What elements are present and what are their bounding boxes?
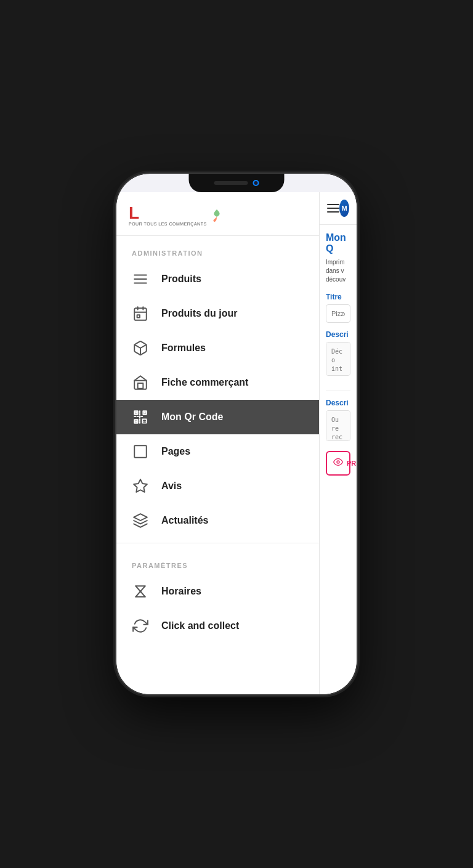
sidebar-item-produits[interactable]: Produits <box>116 262 319 296</box>
svg-rect-16 <box>135 420 137 422</box>
sidebar-item-label: Produits du jour <box>161 308 238 319</box>
hourglass-icon <box>132 583 149 600</box>
svg-rect-30 <box>134 445 147 458</box>
phone-shell: L POUR TOUS LES COMMERÇANTS ADMINISTRATI… <box>116 174 357 694</box>
phone-screen: L POUR TOUS LES COMMERÇANTS ADMINISTRATI… <box>116 174 357 694</box>
content-divider <box>326 391 350 391</box>
notch <box>189 174 285 192</box>
sidebar-item-formules[interactable]: Formules <box>116 331 319 365</box>
sidebar-item-horaires[interactable]: Horaires <box>116 574 319 609</box>
section-header-administration: ADMINISTRATION <box>116 236 319 262</box>
descri2-label: Descri <box>326 399 350 407</box>
section-header-parametres: PARAMÈTRES <box>116 548 319 574</box>
titre-input[interactable] <box>326 304 350 323</box>
screen-content: L POUR TOUS LES COMMERÇANTS ADMINISTRATI… <box>116 174 357 694</box>
layers-icon <box>132 512 149 529</box>
sidebar-item-label: Pages <box>161 446 190 457</box>
sidebar: L POUR TOUS LES COMMERÇANTS ADMINISTRATI… <box>116 192 320 694</box>
svg-marker-32 <box>134 514 147 521</box>
sidebar-logo: L POUR TOUS LES COMMERÇANTS <box>116 192 319 236</box>
sidebar-item-fiche-commercant[interactable]: Fiche commerçant <box>116 365 319 400</box>
content-header: M <box>320 192 357 225</box>
sidebar-item-pages[interactable]: Pages <box>116 434 319 469</box>
sidebar-item-label: Mon Qr Code <box>161 412 223 423</box>
svg-rect-9 <box>138 383 144 389</box>
sidebar-item-label: Actualités <box>161 515 208 526</box>
svg-rect-14 <box>144 412 145 413</box>
svg-rect-7 <box>137 315 140 317</box>
notch-speaker <box>214 181 248 185</box>
titre-label: Titre <box>326 293 350 301</box>
svg-point-33 <box>337 461 339 463</box>
sidebar-item-label: Click and collect <box>161 620 239 631</box>
sidebar-item-label: Fiche commerçant <box>161 377 248 388</box>
hamburger-button[interactable] <box>327 204 339 213</box>
svg-marker-31 <box>134 479 147 492</box>
logo-sub: POUR TOUS LES COMMERÇANTS <box>129 222 207 226</box>
sidebar-item-label: Produits <box>161 274 201 285</box>
sidebar-item-mon-qr-code[interactable]: Mon Qr Code <box>116 400 319 434</box>
descri2-textarea[interactable] <box>326 410 350 441</box>
avatar: M <box>339 200 349 217</box>
sidebar-item-label: Horaires <box>161 586 201 597</box>
section-divider <box>116 543 319 543</box>
sidebar-item-actualites[interactable]: Actualités <box>116 503 319 538</box>
sync-icon <box>132 617 149 635</box>
store-icon <box>132 374 149 391</box>
sidebar-item-click-and-collect[interactable]: Click and collect <box>116 609 319 643</box>
eye-icon <box>333 457 343 469</box>
notch-camera <box>253 180 259 186</box>
star-icon <box>132 477 149 495</box>
descri-label: Descri <box>326 330 350 339</box>
preview-button[interactable]: PR <box>326 451 350 476</box>
preview-label: PR <box>347 460 356 467</box>
svg-rect-12 <box>135 412 137 413</box>
list-icon <box>132 270 149 288</box>
sidebar-item-label: Formules <box>161 343 206 354</box>
calendar-icon <box>132 305 149 322</box>
qrcode-icon <box>132 408 149 426</box>
sidebar-item-produits-du-jour[interactable]: Produits du jour <box>116 296 319 331</box>
sidebar-item-avis[interactable]: Avis <box>116 469 319 503</box>
box-icon <box>132 339 149 357</box>
svg-rect-3 <box>134 308 147 320</box>
content-title: Mon Q <box>326 232 350 254</box>
logo-text: L POUR TOUS LES COMMERÇANTS <box>129 205 207 226</box>
descri-textarea[interactable] <box>326 342 350 376</box>
logo-decoration-icon <box>209 208 224 223</box>
content-description: Imprim dans v découv <box>326 258 350 284</box>
content-panel: M Mon Q Imprim dans v découv Titre Descr… <box>320 192 357 694</box>
content-body: Mon Q Imprim dans v découv Titre Descri … <box>320 225 357 483</box>
sidebar-item-label: Avis <box>161 481 182 492</box>
page-icon <box>132 443 149 460</box>
logo-main: L <box>129 205 207 222</box>
